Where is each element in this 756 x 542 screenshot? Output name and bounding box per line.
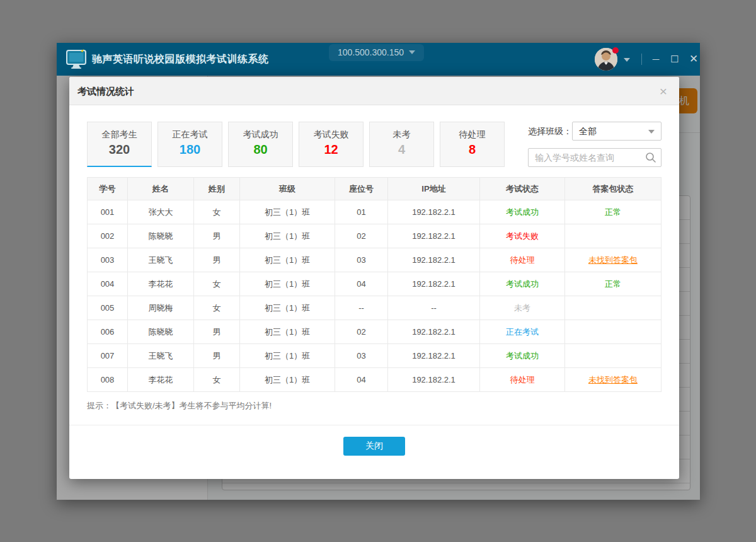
cell-student-id: 002 xyxy=(88,224,128,248)
stat-value: 180 xyxy=(158,142,222,157)
cell-class: 初三（1）班 xyxy=(240,320,335,344)
cell-name: 李花花 xyxy=(128,368,194,392)
stat-card[interactable]: 正在考试 180 xyxy=(158,122,222,167)
modal-header: 考试情况统计 × xyxy=(69,77,679,105)
cell-answer-status: 正常 xyxy=(565,200,662,224)
user-avatar[interactable] xyxy=(595,48,617,71)
cell-exam-status: 考试成功 xyxy=(480,344,565,368)
answer-missing-link[interactable]: 未找到答案包 xyxy=(588,255,638,265)
modal-title: 考试情况统计 xyxy=(69,77,679,105)
cell-exam-status: 正在考试 xyxy=(480,320,565,344)
table-row: 003王晓飞男初三（1）班03192.182.2.1待处理未找到答案包 xyxy=(88,248,662,272)
modal-footer: 关闭 xyxy=(87,425,662,456)
cell-gender: 男 xyxy=(194,320,240,344)
column-header: 姓别 xyxy=(194,178,240,200)
stat-card[interactable]: 未考 4 xyxy=(369,122,434,167)
tip-text: 提示：【考试失败/未考】考生将不参与平均分计算! xyxy=(87,400,662,412)
cell-gender: 女 xyxy=(194,200,240,224)
column-header: 答案包状态 xyxy=(565,178,662,200)
exam-table-header-row: 学号姓名姓别班级座位号IP地址考试状态答案包状态 xyxy=(88,178,662,200)
class-select-value: 全部 xyxy=(573,126,597,136)
table-row: 006陈晓晓男初三（1）班02192.182.2.1正在考试 xyxy=(88,320,662,344)
stat-label: 考试成功 xyxy=(229,129,292,141)
cell-answer-status xyxy=(565,344,662,368)
modal-close-icon[interactable]: × xyxy=(654,77,673,105)
window-close-button[interactable]: ✕ xyxy=(685,43,702,76)
cell-student-id: 003 xyxy=(88,248,128,272)
cell-exam-status: 未考 xyxy=(480,296,565,320)
table-row: 008李花花女初三（1）班04192.182.2.1待处理未找到答案包 xyxy=(88,368,662,392)
cell-name: 陈晓晓 xyxy=(128,320,194,344)
exam-status-text: 正在考试 xyxy=(506,327,539,337)
cell-class: 初三（1）班 xyxy=(240,224,335,248)
server-ip-dropdown[interactable]: 100.500.300.150 xyxy=(329,44,424,61)
close-button[interactable]: 关闭 xyxy=(343,437,405,456)
app-title: 驰声英语听说校园版模拟考试训练系统 xyxy=(92,43,269,76)
cell-answer-status: 正常 xyxy=(565,272,662,296)
cell-exam-status: 考试失败 xyxy=(480,224,565,248)
stat-card[interactable]: 考试成功 80 xyxy=(228,122,293,167)
column-header: 学号 xyxy=(88,178,128,200)
cell-name: 王晓飞 xyxy=(128,344,194,368)
cell-class: 初三（1）班 xyxy=(240,368,335,392)
column-header: IP地址 xyxy=(388,178,480,200)
class-filter-label: 选择班级： xyxy=(528,122,572,141)
cell-class: 初三（1）班 xyxy=(240,200,335,224)
class-select-dropdown[interactable]: 全部 xyxy=(572,122,662,141)
table-row: 007王晓飞男初三（1）班03192.182.2.1考试成功 xyxy=(88,344,662,368)
server-ip-value: 100.500.300.150 xyxy=(338,47,404,57)
maximize-button[interactable]: ☐ xyxy=(667,43,683,76)
search-icon[interactable] xyxy=(645,152,656,163)
chevron-down-icon xyxy=(648,130,655,134)
cell-class: 初三（1）班 xyxy=(240,248,335,272)
column-header: 座位号 xyxy=(335,178,388,200)
cell-class: 初三（1）班 xyxy=(240,344,335,368)
cell-seat: 04 xyxy=(335,368,388,392)
desktop-background: 驰声英语听说校园版模拟考试训练系统 100.500.300.150 ─ ☐ xyxy=(0,0,756,542)
exam-status-text: 未考 xyxy=(514,303,530,313)
table-row: 005周晓梅女初三（1）班----未考 xyxy=(88,296,662,320)
stat-label: 正在考试 xyxy=(158,129,222,141)
cell-student-id: 008 xyxy=(88,368,128,392)
cell-ip: 192.182.2.1 xyxy=(388,224,480,248)
stat-card[interactable]: 全部考生 320 xyxy=(87,122,152,167)
cell-name: 王晓飞 xyxy=(128,248,194,272)
exam-statistics-modal: 考试情况统计 × 全部考生 320 正在考试 180 考试成功 80 考试失败 … xyxy=(69,77,679,479)
stat-value: 4 xyxy=(370,142,433,157)
stat-card[interactable]: 待处理 8 xyxy=(440,122,505,167)
cell-ip: 192.182.2.1 xyxy=(388,248,480,272)
column-header: 班级 xyxy=(240,178,335,200)
column-header: 考试状态 xyxy=(480,178,565,200)
cell-gender: 男 xyxy=(194,248,240,272)
stat-value: 320 xyxy=(88,142,151,157)
cell-seat: 01 xyxy=(335,200,388,224)
cell-answer-status: 未找到答案包 xyxy=(565,248,662,272)
cell-student-id: 007 xyxy=(88,344,128,368)
minimize-button[interactable]: ─ xyxy=(648,43,664,76)
cell-ip: 192.182.2.1 xyxy=(388,200,480,224)
search-input[interactable] xyxy=(528,148,662,167)
cell-gender: 男 xyxy=(194,344,240,368)
avatar-dropdown-caret-icon[interactable] xyxy=(624,58,630,62)
cell-class: 初三（1）班 xyxy=(240,272,335,296)
cell-answer-status xyxy=(565,320,662,344)
cell-gender: 女 xyxy=(194,368,240,392)
exam-status-text: 考试失败 xyxy=(506,231,539,241)
answer-missing-link[interactable]: 未找到答案包 xyxy=(588,375,638,384)
stat-label: 全部考生 xyxy=(88,129,151,141)
cell-seat: 02 xyxy=(335,320,388,344)
cell-student-id: 001 xyxy=(88,200,128,224)
chevron-down-icon xyxy=(409,50,415,54)
stat-card[interactable]: 考试失败 12 xyxy=(299,122,364,167)
stats-cards: 全部考生 320 正在考试 180 考试成功 80 考试失败 12 未考 4 待… xyxy=(87,122,510,167)
cell-answer-status xyxy=(565,296,662,320)
modal-body: 全部考生 320 正在考试 180 考试成功 80 考试失败 12 未考 4 待… xyxy=(69,122,679,456)
exam-status-text: 待处理 xyxy=(510,255,535,265)
cell-student-id: 006 xyxy=(88,320,128,344)
stat-value: 80 xyxy=(229,142,292,157)
cell-name: 李花花 xyxy=(128,272,194,296)
titlebar: 驰声英语听说校园版模拟考试训练系统 100.500.300.150 ─ ☐ xyxy=(57,43,700,76)
cell-exam-status: 待处理 xyxy=(480,368,565,392)
exam-status-text: 考试成功 xyxy=(506,351,539,360)
exam-status-text: 考试成功 xyxy=(506,207,539,217)
